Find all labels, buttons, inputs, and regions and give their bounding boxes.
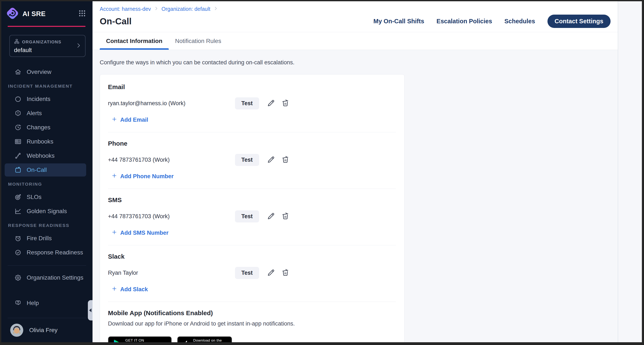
- history-clock-icon: [14, 124, 22, 131]
- sidebar-item-label: Incidents: [27, 96, 50, 102]
- email-section-heading: Email: [108, 84, 396, 90]
- tab-notification-rules[interactable]: Notification Rules: [169, 32, 228, 50]
- organization-selector[interactable]: ORGANIZATIONS default: [9, 35, 86, 57]
- sms-edit-button[interactable]: [266, 211, 276, 222]
- sidebar: AI SRE: [1, 1, 92, 342]
- user-menu[interactable]: Olivia Frey: [1, 320, 92, 342]
- slack-edit-button[interactable]: [266, 268, 276, 278]
- chevron-right-icon: [154, 6, 158, 12]
- pencil-icon: [267, 99, 275, 108]
- pencil-icon: [267, 155, 275, 164]
- app-grid-icon[interactable]: [78, 9, 86, 18]
- org-selector-label: ORGANIZATIONS: [22, 40, 62, 44]
- avatar: [10, 324, 23, 337]
- email-row: ryan.taylor@harness.io (Work) Test: [108, 97, 396, 110]
- add-email-link[interactable]: Add Email: [111, 116, 148, 124]
- phone-row: +44 7873761703 (Work) Test: [108, 154, 396, 166]
- slack-section-heading: Slack: [108, 253, 396, 260]
- tab-contact-information[interactable]: Contact Information: [100, 32, 169, 50]
- plus-icon: [111, 173, 117, 180]
- contact-settings-button[interactable]: Contact Settings: [548, 14, 610, 28]
- sidebar-item-alerts[interactable]: Alerts: [5, 107, 86, 120]
- sidebar-item-webhooks[interactable]: Webhooks: [5, 149, 86, 162]
- phone-edit-button[interactable]: [266, 154, 276, 165]
- sms-delete-button[interactable]: [280, 211, 290, 222]
- email-edit-button[interactable]: [266, 98, 276, 109]
- sidebar-footer: Olivia Frey: [1, 312, 92, 342]
- sidebar-item-help[interactable]: Help: [5, 296, 86, 310]
- sidebar-item-label: Overview: [27, 68, 52, 75]
- sidebar-item-incidents[interactable]: Incidents: [5, 92, 86, 106]
- nav-link-escalation-policies[interactable]: Escalation Policies: [436, 18, 492, 25]
- slack-test-button[interactable]: Test: [235, 267, 259, 279]
- sidebar-item-on-call[interactable]: On-Call: [5, 164, 86, 176]
- page-content: Configure the ways in which you can be c…: [92, 50, 618, 342]
- sidebar-collapse-handle[interactable]: [88, 300, 92, 320]
- sms-section-heading: SMS: [108, 196, 396, 204]
- tab-bar: Contact Information Notification Rules: [92, 32, 618, 50]
- ai-sre-logo-icon: [6, 7, 19, 21]
- app-window: AI SRE: [0, 0, 644, 345]
- trash-icon: [281, 155, 290, 164]
- sidebar-item-label: Response Readiness: [27, 249, 83, 256]
- sidebar-item-overview[interactable]: Overview: [5, 66, 86, 78]
- sidebar-item-label: Webhooks: [27, 152, 54, 159]
- add-slack-link[interactable]: Add Slack: [111, 286, 148, 293]
- sidebar-item-label: Golden Signals: [27, 208, 67, 214]
- phone-test-button[interactable]: Test: [235, 154, 259, 166]
- app-store-badge[interactable]: Download on the App Store: [177, 336, 232, 342]
- sidebar-item-label: Help: [27, 300, 39, 306]
- app-name: AI SRE: [22, 10, 46, 18]
- add-phone-link[interactable]: Add Phone Number: [111, 173, 174, 180]
- sidebar-item-response-readiness[interactable]: Response Readiness: [5, 246, 86, 259]
- sidebar-item-changes[interactable]: Changes: [5, 121, 86, 134]
- add-sms-link[interactable]: Add SMS Number: [111, 229, 168, 237]
- email-value: ryan.taylor@harness.io (Work): [108, 100, 235, 107]
- home-icon: [14, 68, 22, 76]
- email-delete-button[interactable]: [280, 98, 290, 109]
- google-play-tagline: GET IT ON: [125, 339, 166, 342]
- slack-row: Ryan Taylor Test: [108, 267, 396, 279]
- slack-delete-button[interactable]: [280, 268, 290, 278]
- sidebar-item-label: Changes: [27, 124, 50, 131]
- plus-icon: [111, 286, 117, 293]
- stopwatch-icon: [14, 235, 22, 242]
- webhook-icon: [14, 152, 22, 160]
- nav-link-schedules[interactable]: Schedules: [504, 18, 535, 25]
- page-header: Account: harness-dev Organization: defau…: [92, 1, 618, 32]
- add-sms-label: Add SMS Number: [120, 230, 168, 236]
- pencil-icon: [267, 212, 275, 221]
- slack-value: Ryan Taylor: [108, 270, 235, 276]
- main-area: Account: harness-dev Organization: defau…: [92, 1, 642, 342]
- email-test-button[interactable]: Test: [235, 97, 259, 110]
- apple-icon: [182, 340, 190, 342]
- sidebar-item-organization-settings[interactable]: Organization Settings: [5, 271, 86, 284]
- brand: AI SRE: [6, 7, 86, 21]
- plus-icon: [111, 229, 117, 237]
- sidebar-item-golden-signals[interactable]: Golden Signals: [5, 205, 86, 218]
- trash-icon: [281, 268, 290, 278]
- header-nav: My On-Call Shifts Escalation Policies Sc…: [374, 14, 612, 28]
- nav-link-my-on-call-shifts[interactable]: My On-Call Shifts: [374, 18, 424, 25]
- google-play-badge[interactable]: GET IT ON Google Play: [108, 336, 172, 342]
- breadcrumb-account-link[interactable]: Account: harness-dev: [100, 6, 151, 12]
- plus-icon: [111, 116, 117, 124]
- mobile-app-description: Download our app for iPhone or Android t…: [108, 320, 396, 327]
- section-divider: [108, 302, 396, 302]
- sms-test-button[interactable]: Test: [235, 210, 259, 222]
- sidebar-item-slos[interactable]: SLOs: [5, 190, 86, 204]
- pencil-icon: [267, 268, 275, 278]
- sidebar-divider: [8, 266, 86, 266]
- section-divider: [108, 245, 396, 245]
- sidebar-item-label: Runbooks: [27, 138, 53, 145]
- sidebar-item-label: Organization Settings: [27, 274, 84, 281]
- right-gutter: [618, 1, 642, 342]
- app-store-tagline: Download on the: [193, 339, 227, 342]
- phone-delete-button[interactable]: [280, 154, 290, 165]
- sidebar-item-fire-drills[interactable]: Fire Drills: [5, 232, 86, 245]
- page-description: Configure the ways in which you can be c…: [100, 59, 618, 66]
- target-icon: [14, 194, 22, 201]
- nav-section-incident-management: INCIDENT MANAGEMENT: [1, 84, 92, 89]
- sidebar-item-runbooks[interactable]: Runbooks: [5, 135, 86, 148]
- breadcrumb-organization-link[interactable]: Organization: default: [162, 6, 210, 12]
